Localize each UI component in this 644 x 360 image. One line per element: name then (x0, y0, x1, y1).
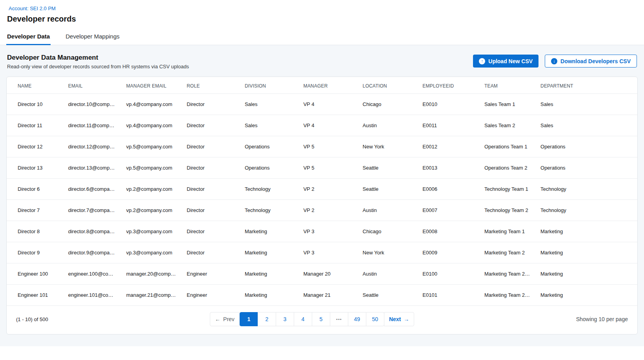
page-button-2[interactable]: 2 (258, 312, 276, 326)
cell-name: Director 6 (7, 179, 64, 200)
cell-employeeid: E0007 (418, 200, 480, 221)
page-button-4[interactable]: 4 (294, 312, 312, 326)
section-title: Developer Data Management (7, 54, 189, 62)
account-link[interactable]: Account: SEI 2.0 PM (9, 5, 56, 11)
cell-employeeid: E0012 (418, 136, 480, 157)
per-page-label: Showing 10 per page (576, 316, 628, 322)
cell-division: Operations (240, 136, 299, 157)
cell-employeeid: E0009 (418, 242, 480, 263)
cell-team: Sales Team 1 (480, 94, 536, 115)
cell-manager-email: vp.4@company.com (122, 94, 182, 115)
cell-manager-email: vp.3@company.com (122, 242, 182, 263)
next-page-button[interactable]: Next → (384, 312, 414, 326)
page-button-49[interactable]: 49 (348, 312, 366, 326)
cell-email: director.9@company.... (64, 242, 122, 263)
column-header-division: DIVISION (240, 77, 299, 94)
cell-role: Engineer (182, 285, 240, 306)
cell-name: Engineer 100 (7, 263, 64, 285)
cell-department: Operations (536, 136, 637, 157)
cell-location: New York (358, 242, 418, 263)
table-row: Director 9director.9@company....vp.3@com… (7, 242, 637, 263)
cell-role: Director (182, 221, 240, 242)
cell-manager: Manager 20 (298, 263, 358, 285)
column-header-name: NAME (7, 77, 64, 94)
tab-developer-mappings[interactable]: Developer Mappings (65, 27, 120, 45)
table-row: Engineer 100engineer.100@comp...manager.… (7, 263, 637, 285)
cell-role: Director (182, 157, 240, 179)
cell-role: Director (182, 115, 240, 136)
cell-manager-email: vp.5@company.com (122, 136, 182, 157)
cell-email: director.7@company.... (64, 200, 122, 221)
cell-manager: VP 2 (298, 200, 358, 221)
cell-name: Director 9 (7, 242, 64, 263)
cell-manager: VP 4 (298, 94, 358, 115)
cell-team: Sales Team 2 (480, 115, 536, 136)
cell-manager: Manager 21 (298, 285, 358, 306)
cell-name: Director 10 (7, 94, 64, 115)
cell-manager-email: vp.2@company.com (122, 179, 182, 200)
cell-division: Sales (240, 94, 299, 115)
table-row: Director 6director.6@company....vp.2@com… (7, 179, 637, 200)
table-row: Director 7director.7@company....vp.2@com… (7, 200, 637, 221)
cell-department: Marketing (536, 263, 637, 285)
pagination-ellipsis: ••• (330, 312, 348, 326)
cell-employeeid: E0010 (418, 94, 480, 115)
pager: ← Prev 12345•••4950 Next → (210, 312, 414, 326)
tab-bar: Developer DataDeveloper Mappings (0, 27, 644, 45)
cell-team: Technology Team 2 (480, 200, 536, 221)
cell-manager: VP 2 (298, 179, 358, 200)
cell-team: Operations Team 2 (480, 157, 536, 179)
tab-developer-data[interactable]: Developer Data (6, 27, 51, 45)
cell-employeeid: E0006 (418, 179, 480, 200)
table-header-row: NAMEEMAILMANAGER EMAILROLEDIVISIONMANAGE… (7, 77, 637, 94)
upload-new-csv-button[interactable]: ↑ Upload New CSV (473, 55, 538, 68)
column-header-manager-email: MANAGER EMAIL (122, 77, 182, 94)
upload-icon: ↑ (479, 58, 485, 64)
cell-employeeid: E0013 (418, 157, 480, 179)
page-title: Developer records (7, 15, 638, 24)
column-header-team: TEAM (480, 77, 536, 94)
table-row: Director 13director.13@compan...vp.5@com… (7, 157, 637, 179)
table-row: Director 8director.8@company....vp.3@com… (7, 221, 637, 242)
page-button-3[interactable]: 3 (276, 312, 294, 326)
cell-location: Austin (358, 115, 418, 136)
column-header-email: EMAIL (64, 77, 122, 94)
cell-division: Marketing (240, 285, 299, 306)
cell-team: Marketing Team 2 Su... (480, 263, 536, 285)
cell-division: Marketing (240, 221, 299, 242)
column-header-employeeid: EMPLOYEEID (418, 77, 480, 94)
next-label: Next (389, 316, 401, 322)
page-button-1[interactable]: 1 (240, 312, 258, 326)
cell-name: Engineer 101 (7, 285, 64, 306)
cell-role: Engineer (182, 263, 240, 285)
section-subtitle: Read-only view of developer records sour… (7, 64, 189, 69)
cell-team: Marketing Team 1 (480, 221, 536, 242)
cell-location: New York (358, 136, 418, 157)
cell-manager-email: manager.20@compa... (122, 263, 182, 285)
cell-email: director.11@compan... (64, 115, 122, 136)
cell-email: engineer.100@comp... (64, 263, 122, 285)
table-row: Director 11director.11@compan...vp.4@com… (7, 115, 637, 136)
page-button-5[interactable]: 5 (312, 312, 330, 326)
section-titles: Developer Data Management Read-only view… (7, 54, 189, 69)
cell-department: Marketing (536, 242, 637, 263)
cell-department: Sales (536, 115, 637, 136)
prev-page-button[interactable]: ← Prev (210, 312, 240, 326)
developer-data-table: NAMEEMAILMANAGER EMAILROLEDIVISIONMANAGE… (7, 77, 637, 305)
column-header-role: ROLE (182, 77, 240, 94)
cell-manager: VP 5 (298, 157, 358, 179)
column-header-location: LOCATION (358, 77, 418, 94)
cell-manager-email: vp.2@company.com (122, 200, 182, 221)
developer-data-table-card: NAMEEMAILMANAGER EMAILROLEDIVISIONMANAGE… (6, 77, 638, 334)
cell-employeeid: E0101 (418, 285, 480, 306)
page-button-50[interactable]: 50 (366, 312, 384, 326)
cell-manager-email: vp.4@company.com (122, 115, 182, 136)
cell-team: Marketing Team 2 (480, 242, 536, 263)
cell-team: Technology Team 1 (480, 179, 536, 200)
cell-manager: VP 5 (298, 136, 358, 157)
cell-department: Sales (536, 94, 637, 115)
arrow-left-icon: ← (215, 316, 220, 322)
download-developers-csv-button[interactable]: ↓ Download Developers CSV (545, 55, 637, 68)
cell-role: Director (182, 136, 240, 157)
range-label: (1 - 10) of 500 (16, 316, 48, 322)
